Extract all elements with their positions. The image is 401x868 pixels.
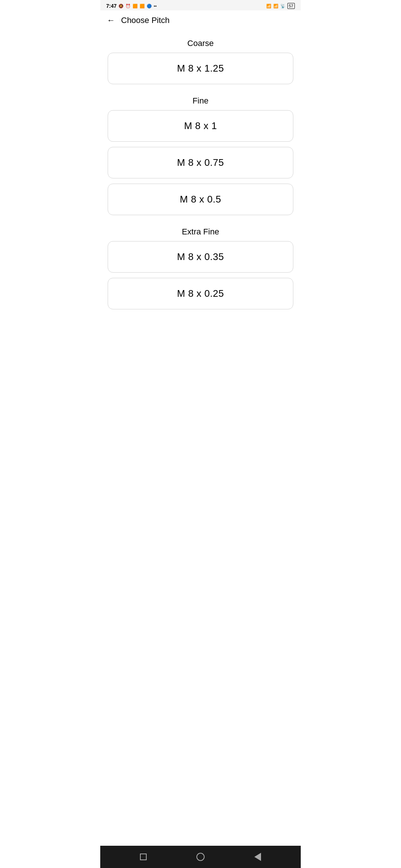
section-label-extra-fine: Extra Fine	[108, 220, 293, 241]
signal-icon-1: 📶	[266, 4, 271, 9]
back-button[interactable]: ←	[107, 16, 115, 25]
telegram-icon: 🔵	[147, 4, 152, 9]
section-label-coarse: Coarse	[108, 32, 293, 53]
pitch-m8-075[interactable]: M 8 x 0.75	[108, 147, 293, 178]
pitch-m8-125[interactable]: M 8 x 1.25	[108, 53, 293, 84]
page-title: Choose Pitch	[121, 16, 170, 25]
nav-home-button[interactable]	[193, 850, 208, 864]
pitch-m8-035[interactable]: M 8 x 0.35	[108, 241, 293, 273]
pitch-m8-1[interactable]: M 8 x 1	[108, 110, 293, 142]
nav-square-button[interactable]	[137, 851, 150, 863]
pitch-m8-05[interactable]: M 8 x 0.5	[108, 184, 293, 215]
status-time: 7:47	[106, 3, 117, 9]
signal-icon-2: 📶	[273, 4, 278, 9]
content-area: Coarse M 8 x 1.25 Fine M 8 x 1 M 8 x 0.7…	[100, 29, 301, 846]
alarm-icon: ⏰	[125, 4, 131, 9]
battery-icon: 57	[287, 3, 295, 9]
nav-triangle-icon	[254, 853, 261, 861]
chat-icon-1: 🟧	[133, 4, 138, 9]
nav-circle-icon	[196, 853, 205, 861]
nav-square-icon	[140, 854, 147, 860]
nav-bar	[100, 846, 301, 868]
chat-icon-2: 🟧	[140, 4, 145, 9]
section-label-fine: Fine	[108, 89, 293, 110]
status-left: 7:47 🔕 ⏰ 🟧 🟧 🔵 ••	[106, 3, 157, 9]
pitch-m8-025[interactable]: M 8 x 0.25	[108, 278, 293, 309]
header: ← Choose Pitch	[100, 10, 301, 29]
nav-back-button[interactable]	[251, 850, 264, 864]
dots-icon: ••	[154, 4, 157, 8]
mute-icon: 🔕	[118, 4, 124, 9]
wifi-icon: 📡	[280, 4, 286, 9]
status-right: 📶 📶 📡 57	[266, 3, 295, 9]
status-bar: 7:47 🔕 ⏰ 🟧 🟧 🔵 •• 📶 📶 📡 57	[100, 0, 301, 10]
